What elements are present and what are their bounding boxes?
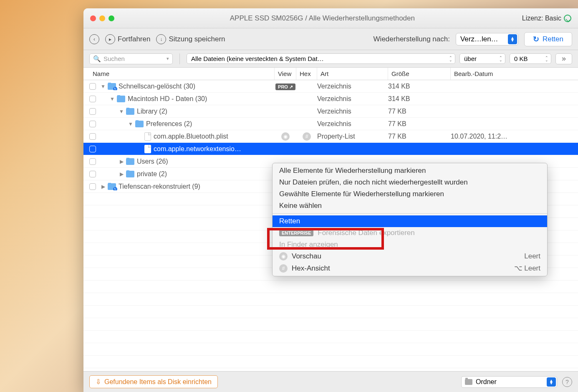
file-icon bbox=[144, 132, 151, 141]
row-checkbox[interactable] bbox=[89, 121, 96, 127]
recovery-by-label: Wiederherstellung nach: bbox=[374, 35, 450, 43]
recovery-by-select[interactable]: Verz…len… ▲▼ bbox=[456, 33, 518, 46]
filter-bar: 🔍 Suchen ▾ Alle Dateien (keine versteckt… bbox=[83, 50, 578, 68]
file-name: private (2) bbox=[137, 170, 167, 178]
window-title: APPLE SSD SM0256G / Alle Wiederherstellu… bbox=[123, 14, 522, 23]
file-name: com.apple.Bluetooth.plist bbox=[154, 133, 228, 140]
hash-icon: # bbox=[279, 264, 288, 273]
menu-select-none[interactable]: Keine wählen bbox=[273, 200, 547, 212]
cell-art: Property-List bbox=[317, 133, 388, 140]
empty-row bbox=[83, 343, 578, 356]
cell-art: Verzeichnis bbox=[317, 120, 388, 128]
disclosure-icon[interactable]: ▼ bbox=[119, 109, 124, 114]
empty-row bbox=[83, 331, 578, 343]
col-view[interactable]: View bbox=[275, 68, 296, 80]
cell-size: 314 KB bbox=[388, 83, 451, 90]
menu-mark-selected[interactable]: Gewählte Elemente für Wiederherstellung … bbox=[273, 188, 547, 200]
minimize-icon[interactable] bbox=[99, 15, 105, 21]
col-name[interactable]: Name bbox=[89, 68, 275, 80]
window-controls bbox=[90, 15, 114, 21]
eye-icon[interactable]: ◉ bbox=[281, 132, 290, 141]
table-row[interactable]: com.apple.Bluetooth.plist◉#Property-List… bbox=[83, 130, 578, 143]
disclosure-icon[interactable]: ▼ bbox=[109, 96, 115, 102]
col-date[interactable]: Bearb.-Datum bbox=[451, 68, 578, 80]
table-row[interactable]: ▼Library (2)Verzeichnis77 KB bbox=[83, 105, 578, 118]
context-menu: Alle Elemente für Wiederherstellung mark… bbox=[272, 163, 548, 276]
folder-icon bbox=[135, 121, 144, 127]
row-checkbox[interactable] bbox=[89, 133, 96, 140]
pro-badge: PRO ↗ bbox=[275, 83, 295, 90]
cell-art: Verzeichnis bbox=[317, 95, 388, 103]
divider bbox=[179, 53, 180, 64]
row-checkbox[interactable] bbox=[89, 183, 96, 190]
license-button[interactable]: Lizenz: Basic bbox=[522, 15, 571, 22]
search-input[interactable]: 🔍 Suchen ▾ bbox=[89, 53, 173, 64]
file-name: com.apple.networkextensio… bbox=[154, 145, 241, 153]
status-bar: ⇩ Gefundene Items als Disk einrichten Or… bbox=[83, 371, 578, 392]
mount-disk-button[interactable]: ⇩ Gefundene Items als Disk einrichten bbox=[89, 375, 218, 388]
empty-row bbox=[83, 318, 578, 331]
empty-row bbox=[83, 306, 578, 318]
menu-retten[interactable]: Retten bbox=[273, 215, 547, 227]
play-icon: ▸ bbox=[105, 34, 115, 44]
over-select[interactable]: über bbox=[459, 53, 505, 64]
size-select[interactable]: 0 KB bbox=[510, 53, 551, 64]
table-row[interactable]: com.apple.networkextensio… bbox=[83, 143, 578, 155]
row-checkbox[interactable] bbox=[89, 83, 96, 90]
cell-date: 10.07.2020, 11:2… bbox=[451, 133, 578, 140]
cell-art: Verzeichnis bbox=[317, 108, 388, 115]
save-session-button[interactable]: ↓ Sitzung speichern bbox=[156, 34, 225, 44]
chevron-down-icon bbox=[564, 15, 571, 22]
col-art[interactable]: Art bbox=[317, 68, 388, 80]
menu-forensic[interactable]: ENTERPRISE Forensische Daten exportieren bbox=[273, 227, 547, 239]
disclosure-icon[interactable]: ▼ bbox=[128, 121, 134, 127]
disclosure-icon[interactable]: ▶ bbox=[119, 171, 124, 177]
menu-mark-all[interactable]: Alle Elemente für Wiederherstellung mark… bbox=[273, 165, 547, 177]
file-icon bbox=[144, 145, 151, 153]
menu-show-in-finder[interactable]: In Finder anzeigen bbox=[273, 239, 547, 250]
close-icon[interactable] bbox=[90, 15, 96, 21]
menu-hex-view[interactable]: # Hex-Ansicht ⌥ Leert bbox=[273, 262, 547, 274]
continue-button[interactable]: ▸ Fortfahren bbox=[105, 34, 150, 44]
file-name: Library (2) bbox=[137, 108, 167, 115]
file-name: Users (26) bbox=[137, 158, 168, 165]
empty-row bbox=[83, 293, 578, 306]
cell-size: 77 KB bbox=[388, 108, 451, 115]
retten-button[interactable]: Retten bbox=[524, 32, 572, 46]
row-checkbox[interactable] bbox=[89, 96, 96, 102]
row-checkbox[interactable] bbox=[89, 171, 96, 177]
table-row[interactable]: ▼Preferences (2)Verzeichnis77 KB bbox=[83, 118, 578, 130]
table-row[interactable]: ▼Macintosh HD - Daten (30)Verzeichnis314… bbox=[83, 93, 578, 105]
menu-preview[interactable]: ◉ Vorschau Leert bbox=[273, 250, 547, 262]
folder-icon bbox=[117, 96, 125, 102]
folder-icon bbox=[108, 183, 116, 190]
folder-icon bbox=[126, 158, 134, 165]
zoom-icon[interactable] bbox=[109, 15, 114, 21]
help-button[interactable]: ? bbox=[562, 377, 572, 387]
row-checkbox[interactable] bbox=[89, 146, 96, 152]
empty-row bbox=[83, 356, 578, 368]
row-checkbox[interactable] bbox=[89, 108, 96, 115]
search-icon: 🔍 bbox=[93, 55, 101, 63]
back-icon[interactable]: ‹ bbox=[89, 34, 99, 44]
chevron-down-icon: ▾ bbox=[167, 56, 169, 61]
menu-check-not-recovered[interactable]: Nur Dateien prüfen, die noch nicht wiede… bbox=[273, 177, 547, 188]
disclosure-icon[interactable]: ▶ bbox=[100, 184, 106, 190]
hash-icon[interactable]: # bbox=[303, 132, 311, 141]
disclosure-icon[interactable]: ▶ bbox=[119, 159, 124, 164]
file-name: Macintosh HD - Daten (30) bbox=[128, 95, 207, 103]
file-filter-select[interactable]: Alle Dateien (keine versteckten & System… bbox=[187, 53, 455, 64]
menu-separator bbox=[273, 213, 547, 214]
more-button[interactable]: » bbox=[555, 53, 572, 64]
cell-art: Verzeichnis bbox=[317, 83, 388, 90]
download-icon: ↓ bbox=[156, 34, 166, 44]
col-hex[interactable]: Hex bbox=[296, 68, 317, 80]
disclosure-icon[interactable]: ▼ bbox=[100, 83, 106, 89]
cell-size: 77 KB bbox=[388, 120, 451, 128]
destination-folder-select[interactable]: Ordner ▲▼ bbox=[461, 376, 557, 388]
folder-icon bbox=[126, 108, 134, 115]
file-name: Tiefenscan-rekonstruiert (9) bbox=[119, 183, 200, 190]
table-row[interactable]: ▼Schnellscan-gelöscht (30)PRO ↗Verzeichn… bbox=[83, 80, 578, 93]
col-size[interactable]: Größe bbox=[388, 68, 451, 80]
row-checkbox[interactable] bbox=[89, 158, 96, 165]
